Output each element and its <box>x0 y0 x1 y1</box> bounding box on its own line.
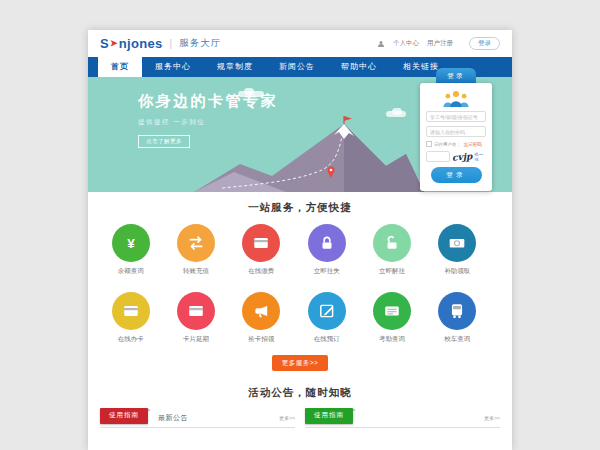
service-item-3[interactable]: 立即挂失 <box>294 224 359 276</box>
panel-header: 使用指南最新公告更多>> <box>100 409 295 428</box>
service-item-10[interactable]: 考勤查询 <box>359 292 424 344</box>
service-label: 捡卡招领 <box>229 335 294 344</box>
service-item-2[interactable]: 在线缴费 <box>229 224 294 276</box>
service-item-0[interactable]: ¥余额查询 <box>98 224 163 276</box>
unlock-icon <box>383 234 401 252</box>
edit-icon <box>318 302 336 320</box>
service-label: 立即解挂 <box>359 267 424 276</box>
services-section: 一站服务，方便快捷 ¥余额查询转账充值在线缴费立即挂失立即解挂补助领取在线办卡卡… <box>88 192 512 371</box>
service-label: 立即挂失 <box>294 267 359 276</box>
card-icon <box>252 234 270 252</box>
header-links: 个人中心用户注册 登录 <box>377 37 500 50</box>
service-circle <box>242 292 280 330</box>
captcha-image: cvjp <box>452 151 473 162</box>
card-icon <box>187 302 205 320</box>
nav-item-2[interactable]: 规章制度 <box>204 57 266 77</box>
transfer-icon <box>187 234 205 252</box>
service-circle <box>308 224 346 262</box>
service-circle <box>438 292 476 330</box>
announce-panel-1: 使用指南更多>> <box>305 409 500 428</box>
service-item-4[interactable]: 立即解挂 <box>359 224 424 276</box>
mountains-illustration <box>193 114 425 192</box>
service-item-9[interactable]: 在线预订 <box>294 292 359 344</box>
users-icon <box>442 89 470 107</box>
service-label: 余额查询 <box>98 267 163 276</box>
service-label: 在线预订 <box>294 335 359 344</box>
service-circle <box>373 292 411 330</box>
login-options: 记住用户名 | 忘记密码 <box>426 141 486 147</box>
login-panel: 登录 记住用户名 | 忘记密码 cvjp 换一张 <box>420 68 492 191</box>
password-input[interactable] <box>426 126 486 137</box>
nav-item-0[interactable]: 首页 <box>98 57 142 77</box>
panel-header: 使用指南更多>> <box>305 409 500 428</box>
service-label: 补助领取 <box>425 267 490 276</box>
services-grid: ¥余额查询转账充值在线缴费立即挂失立即解挂补助领取在线办卡卡片延期捡卡招领在线预… <box>98 224 490 344</box>
service-item-1[interactable]: 转账充值 <box>163 224 228 276</box>
service-item-11[interactable]: 校车查询 <box>425 292 490 344</box>
nav-item-3[interactable]: 新闻公告 <box>266 57 328 77</box>
service-circle <box>438 224 476 262</box>
service-item-7[interactable]: 卡片延期 <box>163 292 228 344</box>
service-circle <box>242 224 280 262</box>
site-header: S ➤ njones | 服务大厅 个人中心用户注册 登录 <box>88 30 512 57</box>
logo-arrow-icon: ➤ <box>110 38 118 48</box>
nav-item-4[interactable]: 帮助中心 <box>328 57 390 77</box>
desktop-background: S ➤ njones | 服务大厅 个人中心用户注册 登录 首页服务中心规章制度… <box>0 0 600 450</box>
captcha-row: cvjp 换一张 <box>426 151 486 162</box>
announce-panel-0: 使用指南最新公告更多>> <box>100 409 295 428</box>
card-icon <box>122 302 140 320</box>
user-icon <box>377 40 385 48</box>
logo-text-rest: njones <box>119 36 163 51</box>
service-item-6[interactable]: 在线办卡 <box>98 292 163 344</box>
service-circle <box>112 292 150 330</box>
header-link-1[interactable]: 用户注册 <box>427 39 453 46</box>
logo-text-s: S <box>100 36 109 51</box>
captcha-refresh-link[interactable]: 换一张 <box>474 152 486 162</box>
service-label: 校车查询 <box>425 335 490 344</box>
username-input[interactable] <box>426 111 486 122</box>
service-circle <box>308 292 346 330</box>
service-label: 考勤查询 <box>359 335 424 344</box>
header-divider: | <box>170 38 173 49</box>
login-tab[interactable]: 登录 <box>436 68 476 83</box>
remember-checkbox[interactable] <box>426 141 432 147</box>
service-item-5[interactable]: 补助领取 <box>425 224 490 276</box>
forgot-password-link[interactable]: 忘记密码 <box>464 142 482 147</box>
site-logo[interactable]: S ➤ njones <box>100 36 163 51</box>
banknote-icon <box>448 234 466 252</box>
header-link-list: 个人中心用户注册 <box>393 39 461 48</box>
remember-label: 记住用户名 <box>434 142 457 147</box>
service-label: 卡片延期 <box>163 335 228 344</box>
panel-more-link[interactable]: 更多>> <box>279 415 295 421</box>
site-name: 服务大厅 <box>179 37 221 50</box>
hero-cta-button[interactable]: 点击了解更多 <box>138 135 190 148</box>
header-login-button[interactable]: 登录 <box>469 37 500 50</box>
service-item-8[interactable]: 捡卡招领 <box>229 292 294 344</box>
bus-icon <box>448 302 466 320</box>
keyboard-icon <box>383 302 401 320</box>
service-label: 转账充值 <box>163 267 228 276</box>
yen-icon: ¥ <box>122 234 140 252</box>
panel-tab-0-1[interactable]: 最新公告 <box>158 413 188 423</box>
options-divider: | <box>459 142 460 147</box>
more-services-button[interactable]: 更多服务>> <box>272 355 328 371</box>
services-title: 一站服务，方便快捷 <box>88 201 512 215</box>
service-circle <box>177 292 215 330</box>
announcements-section: 活动公告，随时知晓 使用指南最新公告更多>>使用指南更多>> <box>88 386 512 428</box>
service-label: 在线缴费 <box>229 267 294 276</box>
lock-icon <box>318 234 336 252</box>
service-label: 在线办卡 <box>98 335 163 344</box>
login-submit-button[interactable]: 登录 <box>431 167 482 183</box>
captcha-input[interactable] <box>426 151 450 162</box>
panel-tab-0-0[interactable]: 使用指南 <box>100 408 148 424</box>
webpage-card: S ➤ njones | 服务大厅 个人中心用户注册 登录 首页服务中心规章制度… <box>88 30 512 450</box>
panel-tab-1-0[interactable]: 使用指南 <box>305 408 353 424</box>
header-link-0[interactable]: 个人中心 <box>393 39 419 46</box>
panel-more-link[interactable]: 更多>> <box>484 415 500 421</box>
svg-text:¥: ¥ <box>127 236 135 251</box>
announcement-panels: 使用指南最新公告更多>>使用指南更多>> <box>100 409 500 428</box>
service-circle <box>177 224 215 262</box>
nav-item-1[interactable]: 服务中心 <box>142 57 204 77</box>
megaphone-icon <box>252 302 270 320</box>
service-circle: ¥ <box>112 224 150 262</box>
